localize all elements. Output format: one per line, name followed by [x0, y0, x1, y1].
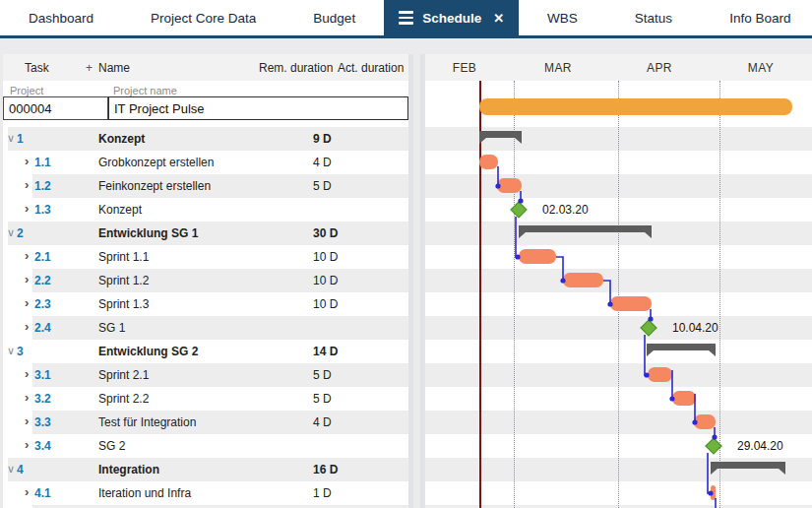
- project-name-label: Project name: [113, 85, 177, 96]
- task-duration: 30 D: [313, 226, 338, 240]
- row-zebra-band: [8, 458, 408, 481]
- task-duration: 5 D: [313, 392, 332, 406]
- column-task: Task: [25, 61, 49, 75]
- task-name: Konzept: [98, 203, 142, 217]
- gantt-bar-task[interactable]: [497, 178, 522, 193]
- chevron-right-icon[interactable]: ›: [25, 272, 29, 286]
- tab-info-board[interactable]: Info Board: [701, 0, 812, 35]
- month-label: MAY: [748, 61, 774, 75]
- task-number: 3.3: [34, 415, 51, 429]
- tab-budget[interactable]: Budget: [284, 0, 384, 35]
- table-row[interactable]: ∨4Integration16 D: [3, 458, 408, 481]
- table-row[interactable]: ∨3Entwicklung SG 214 D: [3, 340, 408, 363]
- add-column-button[interactable]: +: [86, 61, 93, 75]
- task-number: 3: [17, 345, 24, 358]
- task-name: Sprint 2.2: [98, 392, 149, 406]
- project-name-input[interactable]: [108, 96, 408, 120]
- chevron-right-icon[interactable]: ›: [25, 177, 29, 192]
- tab-project-core-data[interactable]: Project Core Data: [122, 0, 284, 35]
- gantt-bar-task[interactable]: [711, 485, 716, 500]
- chevron-right-icon[interactable]: ›: [25, 248, 29, 263]
- chevron-right-icon[interactable]: ›: [25, 319, 29, 334]
- table-row[interactable]: ∨2Entwicklung SG 130 D: [3, 222, 408, 245]
- chevron-right-icon[interactable]: ›: [25, 413, 29, 428]
- task-duration: 10 D: [313, 274, 338, 287]
- chevron-right-icon[interactable]: ›: [25, 484, 29, 499]
- task-name: Entwicklung SG 2: [98, 345, 198, 358]
- task-name: Sprint 2.1: [98, 368, 149, 382]
- table-row[interactable]: ›3.3Test für Integration4 D: [3, 411, 408, 434]
- task-number: 1: [17, 132, 24, 146]
- chevron-down-icon[interactable]: ∨: [7, 463, 15, 476]
- table-row[interactable]: ›4.1Iteration und Infra1 D: [3, 481, 408, 505]
- table-row[interactable]: ›1.2Feinkonzept erstellen5 D: [3, 174, 408, 198]
- gantt-bar-task[interactable]: [694, 414, 716, 429]
- chevron-right-icon[interactable]: ›: [25, 201, 29, 216]
- row-zebra-band: [32, 363, 408, 387]
- tab-dashboard[interactable]: Dashboard: [0, 0, 122, 35]
- month-gridline: [514, 81, 515, 508]
- table-row[interactable]: ›1.1Grobkonzept erstellen4 D: [3, 151, 408, 174]
- table-row[interactable]: ›2.4SG 1: [3, 316, 408, 340]
- task-number: 2.4: [34, 321, 51, 335]
- task-number: 1.2: [34, 179, 51, 193]
- tab-wbs[interactable]: WBS: [519, 0, 606, 35]
- task-duration: 4 D: [313, 415, 332, 429]
- task-name: SG 2: [98, 439, 125, 453]
- gantt-bar-task[interactable]: [519, 249, 556, 264]
- task-duration: 4 D: [313, 156, 332, 169]
- task-name: SG 1: [98, 321, 125, 335]
- table-row[interactable]: ›2.1Sprint 1.110 D: [3, 245, 408, 269]
- table-header: Task + Name Rem. duration Act. duration: [3, 54, 408, 81]
- table-row[interactable]: ›1.3Konzept: [3, 198, 408, 222]
- task-duration: 10 D: [313, 297, 338, 311]
- tabbar-underline: [0, 35, 812, 38]
- task-duration: 16 D: [313, 463, 338, 476]
- month-gridline: [719, 81, 720, 508]
- project-id-input[interactable]: [3, 96, 108, 120]
- task-name: Entwicklung SG 1: [98, 226, 198, 240]
- task-duration: 5 D: [313, 179, 332, 193]
- chevron-right-icon[interactable]: ›: [25, 154, 29, 168]
- task-number: 2.2: [34, 274, 51, 287]
- close-icon[interactable]: ✕: [493, 11, 504, 26]
- gantt-bar-task[interactable]: [563, 273, 603, 287]
- gantt-bar-project[interactable]: [479, 98, 792, 115]
- gantt-panel: FEBMARAPRMAY 02.03.2010.04.2029.04.20: [425, 54, 812, 508]
- task-number: 3.1: [34, 368, 51, 382]
- row-zebra-band: [32, 316, 408, 340]
- task-number: 4: [17, 463, 24, 476]
- chevron-right-icon[interactable]: ›: [25, 390, 29, 405]
- row-zebra-band: [32, 411, 408, 434]
- chevron-right-icon[interactable]: ›: [25, 366, 29, 381]
- task-table-panel: Task + Name Rem. duration Act. duration …: [3, 54, 408, 508]
- month-label: MAR: [544, 61, 572, 75]
- hamburger-icon[interactable]: [399, 11, 413, 25]
- gantt-bar-task[interactable]: [648, 367, 672, 382]
- gantt-bar-task[interactable]: [610, 296, 652, 311]
- task-duration: 14 D: [313, 345, 338, 358]
- chevron-down-icon[interactable]: ∨: [7, 345, 15, 357]
- gantt-bar-summary[interactable]: [647, 344, 716, 356]
- vertical-splitter[interactable]: [408, 54, 413, 508]
- task-number: 3.2: [34, 392, 51, 406]
- table-row[interactable]: ›2.2Sprint 1.210 D: [3, 269, 408, 292]
- tab-status[interactable]: Status: [606, 0, 701, 35]
- task-number: 2: [17, 226, 24, 240]
- chevron-down-icon[interactable]: ∨: [7, 132, 15, 145]
- table-row[interactable]: ›3.1Sprint 2.15 D: [3, 363, 408, 387]
- tab-bar: DashboardProject Core DataBudgetSchedule…: [0, 0, 812, 35]
- gantt-bar-task[interactable]: [672, 391, 696, 406]
- gantt-bar-task[interactable]: [479, 155, 498, 169]
- chevron-right-icon[interactable]: ›: [25, 295, 29, 310]
- tab-schedule[interactable]: Schedule✕: [384, 0, 519, 35]
- table-row[interactable]: ›3.2Sprint 2.25 D: [3, 387, 408, 411]
- table-row[interactable]: ∨1Konzept9 D: [3, 127, 408, 151]
- table-row[interactable]: ›2.3Sprint 1.310 D: [3, 292, 408, 316]
- table-row[interactable]: ›3.4SG 2: [3, 434, 408, 458]
- chevron-down-icon[interactable]: ∨: [7, 226, 15, 239]
- task-name: Sprint 1.3: [98, 297, 149, 311]
- chevron-right-icon[interactable]: ›: [25, 437, 29, 452]
- task-duration: 10 D: [313, 250, 338, 264]
- month-label: FEB: [453, 61, 477, 75]
